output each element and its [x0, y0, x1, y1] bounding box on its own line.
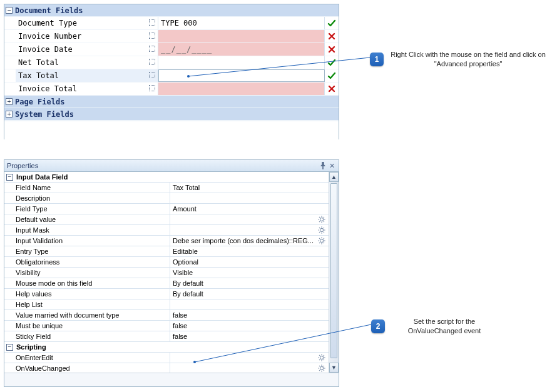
expand-icon[interactable]: +: [6, 98, 13, 105]
gear-icon[interactable]: [317, 236, 326, 245]
error-icon: [327, 84, 336, 93]
property-key: Description: [4, 193, 170, 203]
property-value[interactable]: [170, 225, 329, 235]
property-value[interactable]: Optional: [170, 257, 329, 267]
property-value[interactable]: By default: [170, 289, 329, 299]
field-row[interactable]: Invoice Date__/__/____: [4, 43, 339, 56]
properties-titlebar[interactable]: Properties ✕: [4, 160, 339, 172]
group-title: Page Fields: [15, 98, 64, 106]
property-row[interactable]: Field TypeAmount: [4, 204, 329, 214]
property-value-text: By default: [173, 290, 203, 298]
scroll-down-button[interactable]: ▼: [329, 363, 339, 373]
field-name-cell[interactable]: Net Total: [16, 56, 158, 69]
collapse-icon[interactable]: −: [6, 174, 13, 181]
gear-icon[interactable]: [317, 364, 326, 373]
vertical-scrollbar[interactable]: ▲ ▼: [329, 172, 339, 373]
field-name: Invoice Date: [18, 45, 73, 54]
group-title: Document Fields: [15, 6, 83, 15]
field-value-cell[interactable]: [158, 83, 325, 95]
field-row[interactable]: Net Total: [4, 56, 339, 69]
property-row[interactable]: Must be uniquefalse: [4, 321, 329, 331]
pin-icon[interactable]: [319, 161, 327, 170]
property-row[interactable]: VisibilityVisible: [4, 268, 329, 278]
property-row[interactable]: Input ValidationDebe ser importe (con do…: [4, 236, 329, 246]
field-picker-icon[interactable]: [149, 46, 155, 52]
gear-icon[interactable]: [317, 215, 326, 224]
property-value[interactable]: Visible: [170, 268, 329, 278]
field-value-cell[interactable]: [158, 56, 325, 69]
field-picker-icon[interactable]: [149, 72, 155, 78]
field-value-cell[interactable]: __/__/____: [158, 43, 325, 56]
property-key: Help List: [4, 299, 170, 309]
field-picker-icon[interactable]: [149, 85, 155, 91]
property-value[interactable]: false: [170, 321, 329, 331]
group-title: System Fields: [15, 110, 74, 119]
field-value-cell[interactable]: [158, 30, 325, 43]
property-row[interactable]: ObligatorinessOptional: [4, 257, 329, 268]
field-name-cell[interactable]: Tax Total: [16, 69, 158, 82]
group-document-fields[interactable]: − Document Fields: [4, 4, 339, 17]
property-value[interactable]: Amount: [170, 204, 329, 214]
field-value-cell[interactable]: [158, 69, 325, 82]
property-value[interactable]: By default: [170, 278, 329, 288]
field-row[interactable]: Tax Total: [4, 69, 339, 83]
property-value[interactable]: [170, 299, 329, 309]
properties-panel: Properties ✕ −Input Data FieldField Name…: [4, 159, 339, 387]
property-group-header[interactable]: −Input Data Field: [4, 172, 329, 183]
property-group-header[interactable]: −Scripting: [4, 342, 329, 353]
field-name-cell[interactable]: Invoice Total: [16, 83, 158, 95]
property-row[interactable]: OnEnterEdit: [4, 353, 329, 363]
property-value[interactable]: [170, 363, 329, 373]
properties-description-area: [4, 373, 339, 386]
property-value[interactable]: Tax Total: [170, 183, 329, 193]
field-row[interactable]: Invoice Number: [4, 30, 339, 43]
property-row[interactable]: Sticky Fieldfalse: [4, 331, 329, 342]
property-value-text: Amount: [173, 205, 197, 213]
scroll-up-button[interactable]: ▲: [329, 172, 339, 182]
property-value[interactable]: [170, 193, 329, 203]
property-row[interactable]: Help valuesBy default: [4, 289, 329, 299]
property-key: Value married with document type: [4, 310, 170, 320]
property-row[interactable]: OnValueChanged: [4, 363, 329, 373]
property-row[interactable]: Help List: [4, 299, 329, 310]
property-row[interactable]: Value married with document typefalse: [4, 310, 329, 321]
group-header[interactable]: +System Fields: [4, 108, 339, 121]
property-row[interactable]: Mouse mode on this fieldBy default: [4, 278, 329, 289]
gear-icon[interactable]: [317, 226, 326, 234]
property-key: OnValueChanged: [4, 363, 170, 373]
field-name-cell[interactable]: Invoice Number: [16, 30, 158, 43]
field-picker-icon[interactable]: [149, 33, 155, 39]
callout-badge-2: 2: [371, 319, 385, 333]
property-value[interactable]: [170, 353, 329, 363]
property-row[interactable]: Field NameTax Total: [4, 183, 329, 193]
property-row[interactable]: Input Mask: [4, 225, 329, 236]
property-row[interactable]: Entry TypeEditable: [4, 246, 329, 257]
property-value[interactable]: Debe ser importe (con dos decimales)::RE…: [170, 236, 329, 246]
field-row[interactable]: Invoice Total: [4, 83, 339, 96]
group-header[interactable]: +Page Fields: [4, 96, 339, 108]
expand-icon[interactable]: +: [6, 111, 13, 118]
property-row[interactable]: Description: [4, 193, 329, 204]
field-name-cell[interactable]: Invoice Date: [16, 43, 158, 56]
field-row[interactable]: Document TypeTYPE 000: [4, 17, 339, 30]
field-value-cell[interactable]: TYPE 000: [158, 17, 325, 29]
field-status-cell: [325, 69, 339, 82]
field-name: Invoice Total: [18, 84, 77, 93]
doc-panel-empty-area: [4, 121, 339, 139]
field-picker-icon[interactable]: [149, 59, 155, 65]
property-value[interactable]: false: [170, 331, 329, 341]
gear-icon[interactable]: [317, 353, 326, 362]
property-value[interactable]: [170, 214, 329, 224]
field-name-cell[interactable]: Document Type: [16, 17, 158, 29]
close-icon[interactable]: ✕: [327, 161, 336, 170]
row-gutter: [4, 56, 16, 69]
property-key: Obligatoriness: [4, 257, 170, 267]
property-value[interactable]: Editable: [170, 246, 329, 256]
row-gutter: [4, 30, 16, 43]
property-value[interactable]: false: [170, 310, 329, 320]
field-picker-icon[interactable]: [149, 19, 155, 26]
collapse-icon[interactable]: −: [6, 7, 13, 14]
collapse-icon[interactable]: −: [6, 344, 13, 351]
property-row[interactable]: Default value: [4, 214, 329, 225]
scroll-thumb[interactable]: [330, 183, 337, 358]
